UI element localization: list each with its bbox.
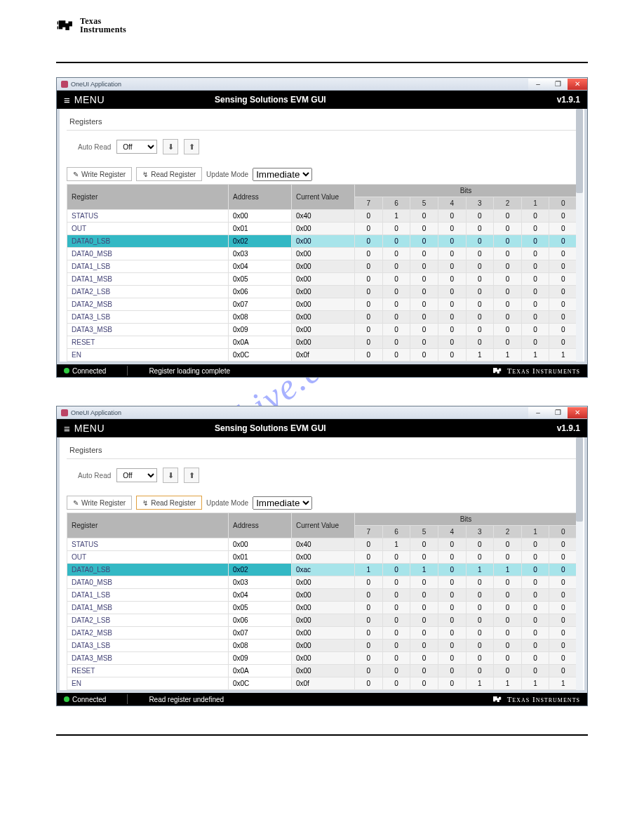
- bit-cell[interactable]: 0: [494, 538, 522, 551]
- bit-cell[interactable]: 0: [355, 223, 383, 235]
- register-row[interactable]: DATA0_LSB 0x02 0x00 00000000: [67, 235, 577, 248]
- bit-cell[interactable]: 0: [549, 665, 577, 677]
- register-row[interactable]: DATA2_LSB 0x06 0x00 00000000: [67, 614, 577, 627]
- bit-cell[interactable]: 0: [549, 273, 577, 286]
- bit-cell[interactable]: 0: [549, 614, 577, 627]
- register-row[interactable]: OUT 0x01 0x00 00000000: [67, 551, 577, 564]
- upload-button[interactable]: ⬆: [184, 139, 199, 154]
- bit-cell[interactable]: 0: [494, 640, 522, 652]
- bit-cell[interactable]: 0: [438, 235, 466, 248]
- minimize-button[interactable]: –: [528, 407, 548, 418]
- bit-cell[interactable]: 1: [521, 677, 549, 690]
- bit-cell[interactable]: 0: [355, 324, 383, 336]
- bit-cell[interactable]: 0: [494, 298, 522, 311]
- bit-cell[interactable]: 0: [355, 248, 383, 260]
- bit-cell[interactable]: 0: [494, 260, 522, 273]
- register-name[interactable]: DATA0_MSB: [67, 248, 229, 260]
- bit-cell[interactable]: 0: [438, 627, 466, 640]
- download-button[interactable]: ⬇: [163, 468, 178, 483]
- bit-cell[interactable]: 0: [410, 260, 438, 273]
- register-name[interactable]: RESET: [67, 336, 229, 349]
- bit-cell[interactable]: 0: [549, 324, 577, 336]
- register-name[interactable]: DATA2_MSB: [67, 298, 229, 311]
- register-row[interactable]: RESET 0x0A 0x00 00000000: [67, 665, 577, 677]
- bit-cell[interactable]: 0: [466, 298, 494, 311]
- register-name[interactable]: DATA1_LSB: [67, 589, 229, 602]
- bit-cell[interactable]: 0: [410, 652, 438, 665]
- register-name[interactable]: EN: [67, 677, 229, 690]
- bit-cell[interactable]: 0: [521, 602, 549, 614]
- bit-cell[interactable]: 1: [494, 677, 522, 690]
- bit-cell[interactable]: 0: [355, 336, 383, 349]
- register-name[interactable]: DATA2_LSB: [67, 614, 229, 627]
- bit-cell[interactable]: 0: [438, 551, 466, 564]
- bit-cell[interactable]: 1: [494, 349, 522, 362]
- bit-cell[interactable]: 0: [438, 223, 466, 235]
- bit-cell[interactable]: 0: [410, 248, 438, 260]
- bit-cell[interactable]: 0: [466, 260, 494, 273]
- bit-cell[interactable]: 0: [549, 627, 577, 640]
- bit-cell[interactable]: 0: [382, 273, 410, 286]
- bit-cell[interactable]: 0: [466, 627, 494, 640]
- register-row[interactable]: DATA3_LSB 0x08 0x00 00000000: [67, 311, 577, 324]
- bit-cell[interactable]: 0: [355, 273, 383, 286]
- register-name[interactable]: DATA0_LSB: [67, 564, 229, 576]
- bit-cell[interactable]: 1: [549, 677, 577, 690]
- bit-cell[interactable]: 0: [521, 210, 549, 223]
- bit-cell[interactable]: 0: [355, 260, 383, 273]
- minimize-button[interactable]: –: [528, 79, 548, 90]
- bit-cell[interactable]: 0: [355, 627, 383, 640]
- bit-cell[interactable]: 0: [382, 248, 410, 260]
- autoread-select[interactable]: Off: [116, 468, 157, 482]
- bit-cell[interactable]: 0: [466, 576, 494, 589]
- bit-cell[interactable]: 0: [494, 627, 522, 640]
- bit-cell[interactable]: 0: [410, 324, 438, 336]
- bit-cell[interactable]: 0: [521, 286, 549, 298]
- bit-cell[interactable]: 0: [438, 248, 466, 260]
- bit-cell[interactable]: 0: [494, 602, 522, 614]
- register-name[interactable]: OUT: [67, 551, 229, 564]
- bit-cell[interactable]: 0: [382, 665, 410, 677]
- bit-cell[interactable]: 0: [410, 235, 438, 248]
- bit-cell[interactable]: 0: [466, 324, 494, 336]
- bit-cell[interactable]: 0: [438, 260, 466, 273]
- bit-cell[interactable]: 0: [410, 665, 438, 677]
- bit-cell[interactable]: 0: [549, 223, 577, 235]
- bit-cell[interactable]: 0: [494, 652, 522, 665]
- bit-cell[interactable]: 0: [382, 640, 410, 652]
- bit-cell[interactable]: 0: [494, 273, 522, 286]
- bit-cell[interactable]: 0: [355, 602, 383, 614]
- bit-cell[interactable]: 0: [410, 602, 438, 614]
- register-row[interactable]: EN 0x0C 0x0f 00001111: [67, 349, 577, 362]
- bit-cell[interactable]: 0: [438, 677, 466, 690]
- menu-label[interactable]: MENU: [74, 94, 105, 105]
- bit-cell[interactable]: 0: [494, 614, 522, 627]
- bit-cell[interactable]: 0: [438, 538, 466, 551]
- hamburger-icon[interactable]: ≡: [64, 95, 70, 105]
- bit-cell[interactable]: 0: [466, 538, 494, 551]
- bit-cell[interactable]: 0: [521, 652, 549, 665]
- bit-cell[interactable]: 0: [466, 223, 494, 235]
- download-button[interactable]: ⬇: [163, 139, 178, 154]
- register-name[interactable]: RESET: [67, 665, 229, 677]
- bit-cell[interactable]: 0: [382, 235, 410, 248]
- register-row[interactable]: DATA0_LSB 0x02 0xac 10101100: [67, 564, 577, 576]
- bit-cell[interactable]: 0: [410, 627, 438, 640]
- bit-cell[interactable]: 0: [549, 298, 577, 311]
- bit-cell[interactable]: 1: [382, 210, 410, 223]
- bit-cell[interactable]: 0: [410, 576, 438, 589]
- bit-cell[interactable]: 0: [466, 652, 494, 665]
- register-row[interactable]: DATA3_MSB 0x09 0x00 00000000: [67, 324, 577, 336]
- bit-cell[interactable]: 0: [382, 602, 410, 614]
- hamburger-icon[interactable]: ≡: [64, 423, 70, 434]
- bit-cell[interactable]: 1: [410, 564, 438, 576]
- bit-cell[interactable]: 0: [438, 602, 466, 614]
- bit-cell[interactable]: 0: [494, 324, 522, 336]
- bit-cell[interactable]: 0: [410, 614, 438, 627]
- bit-cell[interactable]: 0: [549, 286, 577, 298]
- bit-cell[interactable]: 0: [521, 235, 549, 248]
- bit-cell[interactable]: 0: [438, 336, 466, 349]
- bit-cell[interactable]: 0: [438, 210, 466, 223]
- bit-cell[interactable]: 0: [494, 248, 522, 260]
- bit-cell[interactable]: 0: [438, 640, 466, 652]
